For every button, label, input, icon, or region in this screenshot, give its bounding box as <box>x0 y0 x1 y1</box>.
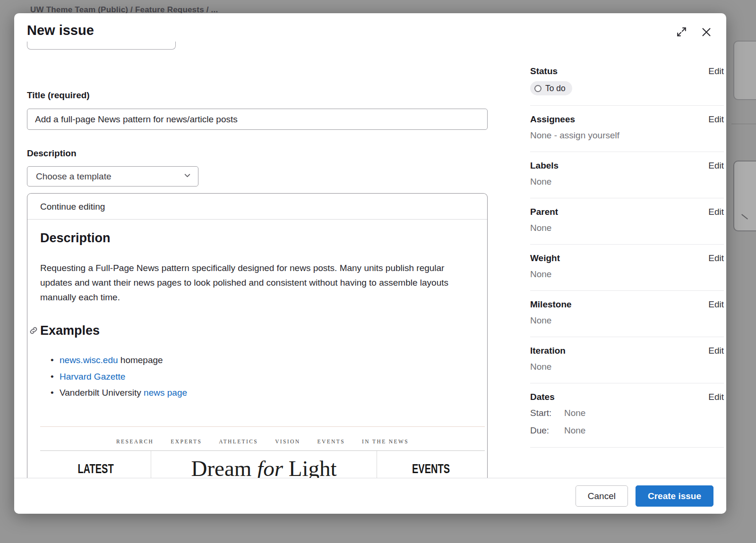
status-edit-button[interactable]: Edit <box>708 66 724 76</box>
assignees-title: Assignees <box>530 114 575 125</box>
iteration-value: None <box>530 360 724 373</box>
status-section: Status Edit To do <box>530 58 724 106</box>
labels-edit-button[interactable]: Edit <box>708 161 724 171</box>
due-date-label: Due: <box>530 424 564 437</box>
milestone-title: Milestone <box>530 299 572 310</box>
preview-paragraph: Requesting a Full-Page News pattern spec… <box>40 261 474 305</box>
title-label: Title (required) <box>27 90 90 101</box>
iteration-section: Iteration Edit None <box>530 337 724 383</box>
labels-section: Labels Edit None <box>530 152 724 198</box>
status-open-icon <box>534 85 541 92</box>
new-issue-modal: New issue Title (required) Description C… <box>14 13 726 514</box>
start-date-row: Start: None <box>530 407 724 420</box>
cancel-button[interactable]: Cancel <box>576 485 628 507</box>
examples-heading: Examples <box>40 323 474 338</box>
status-badge: To do <box>530 81 572 95</box>
template-select[interactable]: Choose a template <box>27 166 198 187</box>
start-date-label: Start: <box>530 407 564 420</box>
events-kicker: EVENTS <box>412 462 450 476</box>
bullet-text: Vanderbilt University <box>60 388 144 398</box>
list-item: news.wisc.edu homepage <box>40 352 474 369</box>
create-issue-button[interactable]: Create issue <box>636 485 713 507</box>
labels-value: None <box>530 175 724 188</box>
parent-value: None <box>530 221 724 234</box>
nav-item: EVENTS <box>318 439 345 444</box>
milestone-value: None <box>530 314 724 327</box>
parent-edit-button[interactable]: Edit <box>708 207 724 217</box>
background-divider <box>731 124 756 124</box>
iteration-edit-button[interactable]: Edit <box>708 346 724 356</box>
labels-title: Labels <box>530 161 558 171</box>
close-button[interactable] <box>698 25 714 41</box>
news-mock-nav: RESEARCH EXPERTS ATHLETICS VISION EVENTS… <box>40 427 485 450</box>
continue-editing-tab[interactable]: Continue editing <box>27 194 487 220</box>
nav-item: RESEARCH <box>116 439 154 444</box>
status-badge-label: To do <box>545 84 566 93</box>
description-label: Description <box>27 148 77 159</box>
weight-title: Weight <box>530 253 560 263</box>
dates-section: Dates Edit Start: None Due: None <box>530 383 724 448</box>
expand-icon <box>676 26 687 39</box>
weight-value: None <box>530 268 724 280</box>
weight-section: Weight Edit None <box>530 245 724 291</box>
dates-title: Dates <box>530 392 555 402</box>
link-anchor-icon[interactable] <box>29 326 38 337</box>
vanderbilt-news-link[interactable]: news page <box>144 388 187 398</box>
parent-section: Parent Edit None <box>530 198 724 245</box>
assignees-edit-button[interactable]: Edit <box>708 114 724 125</box>
close-icon <box>701 26 712 39</box>
preview-description-heading: Description <box>40 231 474 246</box>
expand-button[interactable] <box>673 25 689 41</box>
harvard-gazette-link[interactable]: Harvard Gazette <box>60 372 125 382</box>
dates-edit-button[interactable]: Edit <box>708 392 724 402</box>
status-title: Status <box>530 66 558 76</box>
milestone-edit-button[interactable]: Edit <box>708 299 724 310</box>
nav-item: EXPERTS <box>171 439 202 444</box>
milestone-section: Milestone Edit None <box>530 291 724 337</box>
list-item: Harvard Gazette <box>40 369 474 385</box>
list-item: Vanderbilt University news page <box>40 385 474 401</box>
parent-title: Parent <box>530 207 558 217</box>
issue-sidebar: Status Edit To do Assignees Edit None - … <box>530 58 724 448</box>
title-input[interactable] <box>27 109 488 130</box>
nav-item: IN THE NEWS <box>362 439 409 444</box>
clipped-field[interactable] <box>27 42 176 50</box>
markdown-preview: Description Requesting a Full-Page News … <box>27 231 487 505</box>
template-select-label: Choose a template <box>36 171 112 182</box>
description-editor: Continue editing Description Requesting … <box>27 193 488 505</box>
start-date-value: None <box>564 407 585 420</box>
examples-list: news.wisc.edu homepage Harvard Gazette V… <box>40 352 474 401</box>
background-card-fragment <box>733 161 756 231</box>
bullet-text: homepage <box>118 355 163 365</box>
iteration-title: Iteration <box>530 346 566 356</box>
news-wisc-link[interactable]: news.wisc.edu <box>60 355 118 365</box>
assignees-value[interactable]: None - assign yourself <box>530 129 724 142</box>
assignees-section: Assignees Edit None - assign yourself <box>530 106 724 152</box>
weight-edit-button[interactable]: Edit <box>708 253 724 263</box>
chevron-down-icon <box>183 171 191 181</box>
modal-footer: Cancel Create issue <box>14 478 726 514</box>
due-date-row: Due: None <box>530 424 724 437</box>
nav-item: ATHLETICS <box>219 439 258 444</box>
nav-item: VISION <box>275 439 300 444</box>
background-panel-fragment <box>733 41 756 100</box>
latest-kicker: LATEST <box>77 462 113 476</box>
due-date-value: None <box>564 424 585 437</box>
page-title: New issue <box>27 23 94 38</box>
